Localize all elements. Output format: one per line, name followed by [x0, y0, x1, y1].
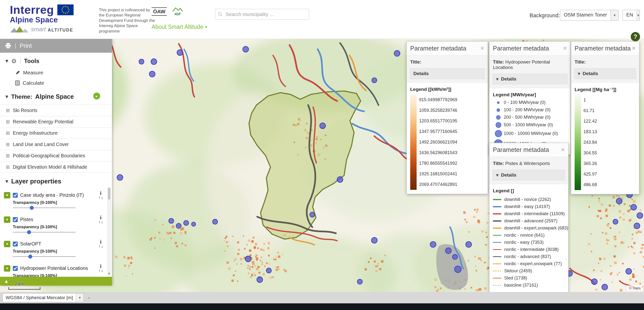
- layer-info-button[interactable]: i: [100, 191, 102, 195]
- remove-layer-button[interactable]: ×: [4, 192, 10, 198]
- expand-plus-icon[interactable]: ⊞: [6, 119, 10, 124]
- close-icon[interactable]: ×: [561, 147, 565, 153]
- layer-info-button[interactable]: i: [100, 239, 102, 244]
- legend-line-icon: [493, 278, 501, 278]
- layer-group-item[interactable]: ⊞Energy Infrastructure: [0, 127, 112, 139]
- panel-title-field: Title:: [407, 58, 488, 66]
- details-toggle[interactable]: Details: [410, 68, 485, 79]
- expand-plus-icon[interactable]: ⊞: [6, 131, 10, 135]
- layer-visibility-checkbox[interactable]: [13, 241, 18, 246]
- details-toggle[interactable]: ▼Details: [492, 170, 565, 180]
- legend-circle-icon: [497, 101, 500, 104]
- slider-handle[interactable]: [28, 255, 32, 258]
- layer-move-down-button[interactable]: ↓: [101, 244, 103, 248]
- projection-select[interactable]: WGS84 / Spherical Mercator [m] ▾: [2, 293, 84, 302]
- layer-move-down-button[interactable]: ↓: [101, 195, 103, 200]
- expand-plus-icon[interactable]: ⊞: [6, 153, 10, 158]
- layer-group-label: Renewable Energy Potential: [13, 119, 73, 125]
- divider: |: [15, 43, 16, 49]
- legend-body: 915.0499877929691059.352582397461203.655…: [407, 95, 488, 194]
- transparency-slider[interactable]: [13, 206, 76, 210]
- interreg-logo: Interreg Alpine Space: [10, 3, 74, 33]
- scroll-down-icon[interactable]: ▼: [108, 272, 110, 275]
- measure-tool[interactable]: Measure: [0, 68, 112, 78]
- search-input[interactable]: [215, 9, 309, 20]
- details-toggle[interactable]: ▼Details: [492, 74, 568, 85]
- legend-value: 1347.95777160645: [417, 126, 457, 137]
- close-icon[interactable]: ×: [563, 45, 567, 52]
- legend-line-icon: [493, 285, 501, 286]
- transparency-slider[interactable]: [13, 230, 76, 234]
- print-label: Print: [20, 42, 32, 49]
- title-field-label: Title:: [574, 59, 586, 65]
- slider-handle[interactable]: [30, 206, 34, 210]
- expand-plus-icon[interactable]: ⊞: [6, 108, 10, 113]
- legend-row: nordic - expert,snowpark (77): [493, 260, 565, 267]
- layer-item: ×Case study area - Pinzolo (IT)i↑↓Transp…: [4, 189, 104, 213]
- slider-handle[interactable]: [27, 230, 31, 234]
- remove-layer-button[interactable]: ×: [4, 216, 10, 223]
- help-button[interactable]: ?: [631, 32, 640, 41]
- background-select[interactable]: OSM Stamen Toner ▾: [560, 10, 619, 21]
- layer-label: SolarOPT: [20, 241, 96, 247]
- expand-plus-icon[interactable]: ⊞: [6, 142, 10, 147]
- calculate-tool[interactable]: Calculate: [0, 78, 112, 88]
- layer-move-up-button[interactable]: ↑: [98, 220, 101, 224]
- remove-layer-button[interactable]: ×: [4, 241, 10, 247]
- layer-move-down-button[interactable]: ↓: [101, 220, 103, 224]
- background-select-value: OSM Stamen Toner: [560, 10, 610, 21]
- language-select[interactable]: EN ▾: [622, 10, 640, 21]
- layer-info-button[interactable]: i: [100, 215, 102, 220]
- layer-group-item[interactable]: ⊞Political-Geographical Boundaries: [0, 150, 112, 161]
- legend-row: downhill - intermediate (11509): [493, 210, 565, 217]
- layer-properties-header[interactable]: ▼ Layer properties: [0, 173, 112, 188]
- print-button[interactable]: | Print: [0, 39, 112, 53]
- layer-group-label: Digital Elevation Model & Hillshade: [13, 164, 87, 170]
- legend-label: Skitour (2459): [504, 268, 532, 273]
- details-toggle[interactable]: ▼Details: [574, 68, 636, 79]
- layer-visibility-checkbox[interactable]: [13, 217, 18, 222]
- transparency-label: Transparency [0-100%]: [13, 273, 57, 277]
- close-icon[interactable]: ×: [632, 45, 636, 52]
- scrollbar-thumb[interactable]: [108, 188, 110, 199]
- layer-item: ×Hydropower Potential Locationsi↑↓Transp…: [4, 262, 104, 277]
- about-smart-altitude-link[interactable]: About Smart Altitude ▾: [152, 24, 207, 30]
- layer-item: ×SolarOPTi↑↓Transparency [0-100%]: [4, 237, 104, 262]
- layer-visibility-checkbox[interactable]: [13, 193, 18, 198]
- layer-move-up-button[interactable]: ↑: [98, 244, 101, 248]
- layer-label: Case study area - Pinzolo (IT): [20, 192, 96, 198]
- igf-logo: IGF: [172, 7, 183, 16]
- legend-row: nordic - intermediate (3038): [493, 246, 565, 253]
- expand-plus-icon[interactable]: ⊞: [6, 165, 10, 169]
- layer-move-up-button[interactable]: ↑: [98, 269, 101, 273]
- theme-next-button[interactable]: ▸: [93, 93, 100, 100]
- tools-section-toggle[interactable]: ▼ ⚙ | Tools: [0, 53, 112, 68]
- legend-label: basicline (37161): [504, 283, 538, 288]
- transparency-label: Transparency [0-100%]: [13, 225, 57, 229]
- layer-visibility-checkbox[interactable]: [13, 266, 18, 271]
- chevron-down-icon: ▾: [205, 25, 207, 29]
- layer-group-item[interactable]: ⊞Digital Elevation Model & Hillshade: [0, 161, 112, 173]
- mountains-icon: [10, 26, 29, 33]
- parameter-metadata-panel-biomass: Parameter metadata×Title:▼DetailsLegend …: [571, 41, 639, 194]
- caret-down-icon: ▼: [6, 59, 8, 63]
- title-field-label: Title:: [493, 161, 504, 166]
- theme-selector[interactable]: ▼ Theme: Alpine Space ▸: [0, 88, 112, 105]
- caret-down-icon: ▼: [578, 72, 580, 76]
- layer-group-item[interactable]: ⊞Renewable Energy Potential: [0, 116, 112, 127]
- layer-info-button[interactable]: i: [100, 264, 102, 269]
- panel-header: Parameter metadata×: [490, 42, 570, 55]
- layer-group-item[interactable]: ⊞Land Use and Land Cover: [0, 139, 112, 150]
- layer-group-item[interactable]: ⊞Ski Resorts: [0, 105, 112, 116]
- transparency-slider[interactable]: [13, 254, 76, 259]
- legend-value: 1203.65517700195: [417, 116, 457, 126]
- remove-layer-button[interactable]: ×: [4, 265, 10, 271]
- layer-move-up-button[interactable]: ↑: [98, 195, 101, 200]
- legend-row: nordic - advanced (837): [493, 253, 565, 260]
- legend-line-icon: [493, 206, 501, 207]
- layer-list-scrollbar[interactable]: ▲ ▼: [107, 189, 111, 276]
- close-icon[interactable]: ×: [480, 45, 484, 52]
- layer-move-down-button[interactable]: ↓: [101, 269, 103, 273]
- panel-header: Parameter metadata×: [490, 143, 568, 157]
- details-label: Details: [414, 71, 429, 76]
